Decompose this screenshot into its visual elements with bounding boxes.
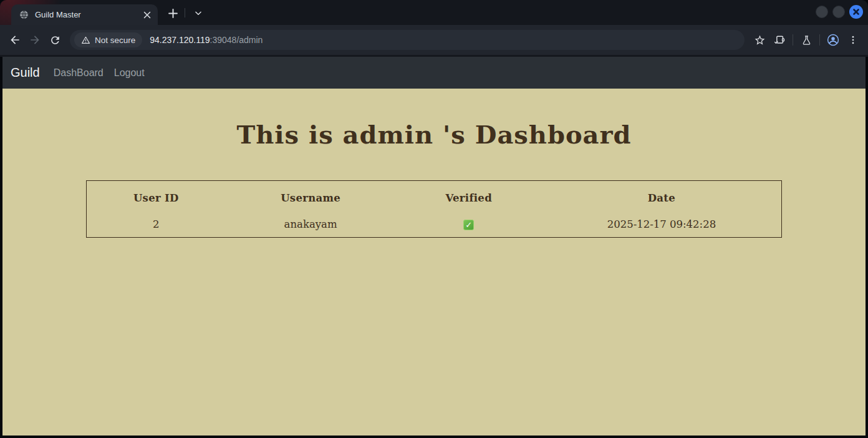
users-table: User ID Username Verified Date 2 anakaya… [86,180,782,238]
verified-check-icon: ✓ [463,220,474,230]
profile-icon[interactable] [823,30,843,50]
extensions-icon[interactable] [769,30,789,50]
col-header-verified: Verified [396,181,542,216]
back-button[interactable] [5,30,25,50]
bookmark-star-icon[interactable] [750,30,769,50]
browser-toolbar: Not secure 94.237.120.119:39048/admin [0,25,868,55]
menu-kebab-icon[interactable] [843,30,863,50]
site-navbar: Guild DashBoard Logout [2,57,866,89]
forward-button[interactable] [25,30,45,50]
maximize-button[interactable] [832,6,845,18]
toolbar-separator [793,34,793,46]
tabstrip-separator [185,8,185,17]
security-label: Not secure [95,36,135,45]
security-badge[interactable]: Not secure [74,32,142,47]
url-host: 94.237.120.119 [150,35,210,45]
nav-link-dashboard[interactable]: DashBoard [54,67,104,79]
url-text: 94.237.120.119:39048/admin [150,35,263,45]
col-header-date: Date [542,181,782,216]
url-path: :39048/admin [210,35,263,45]
col-header-user-id: User ID [87,181,226,216]
nav-link-logout[interactable]: Logout [114,67,145,79]
close-window-button[interactable] [849,5,863,19]
tab-close-icon[interactable] [142,9,153,21]
minimize-button[interactable] [816,6,828,18]
table-row: 2 anakayam ✓ 2025-12-17 09:42:28 [87,216,782,238]
col-header-username: Username [226,181,396,216]
warning-triangle-icon [81,36,90,45]
cell-verified: ✓ [396,216,542,238]
reload-button[interactable] [45,30,65,50]
table-header-row: User ID Username Verified Date [87,181,782,216]
page-title: This is admin 's Dashboard [2,89,866,149]
browser-tab[interactable]: Guild Master [11,4,158,25]
cell-date: 2025-12-17 09:42:28 [542,216,782,238]
address-bar[interactable]: Not secure 94.237.120.119:39048/admin [70,30,745,50]
toolbar-separator [819,34,820,46]
tab-search-chevron-icon[interactable] [190,5,206,21]
window-controls [816,5,863,19]
globe-favicon-icon [19,9,29,20]
cell-username: anakayam [226,216,396,238]
new-tab-button[interactable] [165,5,181,21]
page-content: This is admin 's Dashboard User ID Usern… [2,89,866,436]
tab-title: Guild Master [35,10,136,19]
navbar-brand[interactable]: Guild [11,66,40,80]
browser-window: Guild Master [0,0,868,438]
web-page: Guild DashBoard Logout This is admin 's … [2,57,866,436]
flask-icon[interactable] [796,30,816,50]
tab-strip: Guild Master [0,0,868,25]
cell-user-id: 2 [87,216,226,238]
